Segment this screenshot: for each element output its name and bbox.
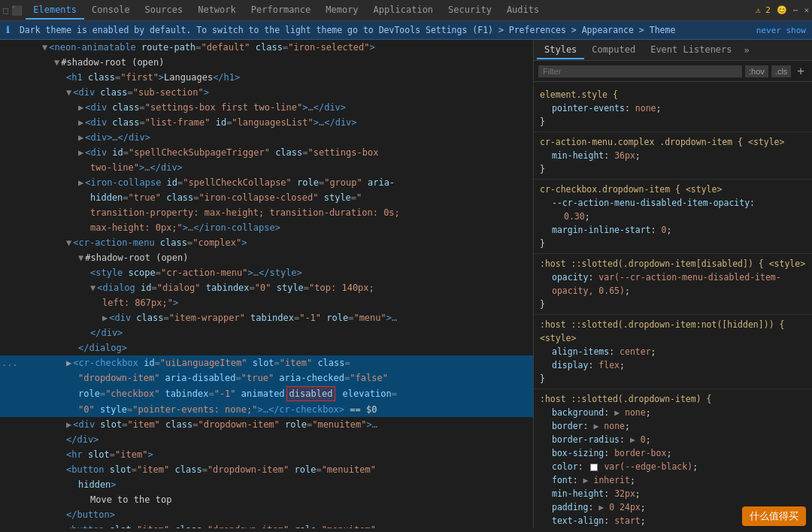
dom-line[interactable]: ▼ <cr-action-menu class="complex"> xyxy=(0,235,533,250)
rule-property: display xyxy=(552,360,588,370)
rule-value: none xyxy=(635,103,656,113)
rule-property: min-height xyxy=(552,488,604,499)
rule-property: text-align xyxy=(552,515,604,526)
dom-line[interactable]: hidden="true" class="iron-collapse-close… xyxy=(0,190,533,205)
tab-network[interactable]: Network xyxy=(190,2,244,20)
style-rule: element.style { pointer-events: none; } xyxy=(534,85,812,132)
rule-property: border xyxy=(552,421,583,431)
dom-line[interactable]: ▶ <div id="spellCheckSubpageTrigger" cla… xyxy=(0,145,533,160)
dom-line[interactable]: ▶ <div class="list-frame" id="languagesL… xyxy=(0,115,533,130)
tab-sources[interactable]: Sources xyxy=(138,2,191,20)
dom-line[interactable]: ▼ <div class="sub-section"> xyxy=(0,85,533,100)
tab-memory[interactable]: Memory xyxy=(318,2,365,20)
tab-console[interactable]: Console xyxy=(84,2,138,20)
rule-property: min-height xyxy=(552,150,604,161)
tab-styles[interactable]: Styles xyxy=(537,41,584,59)
hov-button[interactable]: :hov xyxy=(745,65,768,77)
dom-line[interactable]: ▶ <div class="settings-box first two-lin… xyxy=(0,100,533,115)
watermark: 什么值得买 xyxy=(742,506,806,526)
rule-property: padding xyxy=(552,502,588,512)
style-rule: :host ::slotted(.dropdown-item[disabled]… xyxy=(534,254,812,315)
tab-security[interactable]: Security xyxy=(441,2,499,20)
source-link[interactable]: <style> xyxy=(748,137,784,147)
tag: <neon-animatable xyxy=(49,41,136,54)
dom-line[interactable]: max-height: 0px;">…</iron-collapse> xyxy=(0,220,533,235)
dom-line[interactable]: </button> xyxy=(0,507,533,522)
dom-line-selected[interactable]: ... ▶ <cr-checkbox id="uiLanguageItem" s… xyxy=(0,355,533,370)
dom-line[interactable]: <h1 class="first">Languages</h1> xyxy=(0,70,533,85)
source-link[interactable]: <style> xyxy=(686,184,722,195)
dom-line[interactable]: left: 867px;"> xyxy=(0,295,533,310)
rule-selector: element.style { xyxy=(540,89,618,100)
dom-line[interactable]: <button slot="item" class="dropdown-item… xyxy=(0,522,533,528)
dom-line[interactable]: Move to the top xyxy=(0,492,533,507)
rule-property: background xyxy=(552,407,604,418)
tab-performance[interactable]: Performance xyxy=(244,2,318,20)
devtools-toolbar: ⬚ ⬛ Elements Console Sources Network Per… xyxy=(0,0,812,21)
rule-property: pointer-events xyxy=(552,103,625,113)
dom-line[interactable]: hidden> xyxy=(0,477,533,492)
tab-elements[interactable]: Elements xyxy=(26,2,84,20)
dom-line[interactable]: ▶ <div slot="item" class="dropdown-item"… xyxy=(0,417,533,432)
styles-tabs: Styles Computed Event Listeners » xyxy=(534,40,812,61)
rule-property: border-radius xyxy=(552,434,620,445)
style-rule: cr-action-menu.complex .dropdown-item { … xyxy=(534,132,812,180)
rule-property: font xyxy=(552,475,573,485)
mobile-icon[interactable]: ⬛ xyxy=(11,5,23,16)
dom-panel: ▼ <neon-animatable route-path="default" … xyxy=(0,40,534,528)
tab-event-listeners[interactable]: Event Listeners xyxy=(643,41,739,59)
dom-line-selected-cont[interactable]: "dropdown-item" aria-disabled="true" ari… xyxy=(0,370,533,385)
cursor-icon[interactable]: ⬚ xyxy=(3,5,8,16)
rule-selector: :host ::slotted(.dropdown-item[disabled]… xyxy=(540,258,764,269)
dom-line[interactable]: </div> xyxy=(0,325,533,340)
rule-property: color xyxy=(552,461,578,472)
dom-line[interactable]: transition-property: max-height; transit… xyxy=(0,205,533,220)
tab-application[interactable]: Application xyxy=(366,2,441,20)
never-show-link[interactable]: never show xyxy=(756,26,806,35)
dom-line[interactable]: <hr slot="item"> xyxy=(0,447,533,462)
filter-input[interactable] xyxy=(538,65,742,77)
rule-property: margin-inline-start xyxy=(552,225,651,235)
add-style-icon[interactable]: + xyxy=(794,64,807,78)
highlighted-attr: disabled xyxy=(286,386,336,401)
dom-line[interactable]: ▼ <dialog id="dialog" tabindex="0" style… xyxy=(0,280,533,295)
close-icon[interactable]: ✕ xyxy=(804,5,809,15)
main-content: ▼ <neon-animatable route-path="default" … xyxy=(0,40,812,528)
dom-line-selected-cont2[interactable]: role="checkbox" tabindex="-1" animated d… xyxy=(0,385,533,402)
info-bar: ℹ Dark theme is enabled by default. To s… xyxy=(0,21,812,40)
source-link[interactable]: <style> xyxy=(540,333,576,343)
more-options-icon[interactable]: ⋯ xyxy=(793,5,798,15)
dom-line[interactable]: <style scope="cr-action-menu">…</style> xyxy=(0,265,533,280)
dom-line[interactable]: <button slot="item" class="dropdown-item… xyxy=(0,462,533,477)
style-rule: cr-checkbox.dropdown-item { <style> --cr… xyxy=(534,180,812,254)
rule-selector: :host ::slotted(.dropdown-item:not([hidd… xyxy=(540,319,784,330)
tab-audits[interactable]: Audits xyxy=(499,2,547,20)
rule-property: opacity xyxy=(552,272,588,283)
dom-line[interactable]: </div> xyxy=(0,432,533,447)
dom-line[interactable]: ▶ <div>…</div> xyxy=(0,130,533,145)
rule-selector: cr-action-menu.complex .dropdown-item { xyxy=(540,137,743,147)
style-rule: :host ::slotted(.dropdown-item:not([hidd… xyxy=(534,315,812,389)
attr-name: route-path xyxy=(136,41,195,54)
rule-selector: :host ::slotted(.dropdown-item) { xyxy=(540,394,711,404)
styles-content: element.style { pointer-events: none; } … xyxy=(534,82,812,528)
styles-filter-bar: :hov .cls + xyxy=(534,61,812,82)
dom-line[interactable]: </dialog> xyxy=(0,340,533,355)
dom-line[interactable]: two-line">…</div> xyxy=(0,160,533,175)
dom-line[interactable]: ▼ #shadow-root (open) xyxy=(0,250,533,265)
expand-arrow[interactable]: ▼ xyxy=(42,41,47,54)
rule-brace: } xyxy=(540,116,545,127)
source-link[interactable]: <style> xyxy=(769,258,805,269)
more-tabs-icon[interactable]: » xyxy=(740,42,754,59)
tab-computed[interactable]: Computed xyxy=(584,41,643,59)
dom-line[interactable]: ▼ #shadow-root (open) xyxy=(0,55,533,70)
cls-button[interactable]: .cls xyxy=(771,65,792,77)
dom-line[interactable]: ▼ <neon-animatable route-path="default" … xyxy=(0,40,533,55)
rule-property: --cr-action-menu-disabled-item-opacity xyxy=(552,198,750,208)
emoji-icon[interactable]: 😊 xyxy=(777,5,787,15)
dom-line[interactable]: ▶ <div class="item-wrapper" tabindex="-1… xyxy=(0,310,533,325)
rule-selector: cr-checkbox.dropdown-item { xyxy=(540,184,680,195)
dom-line-selected-cont3[interactable]: "0" style="pointer-events: none;">…</cr-… xyxy=(0,402,533,417)
dom-line[interactable]: ▶ <iron-collapse id="spellCheckCollapse"… xyxy=(0,175,533,190)
warning-icon[interactable]: ⚠ 2 xyxy=(756,5,771,15)
